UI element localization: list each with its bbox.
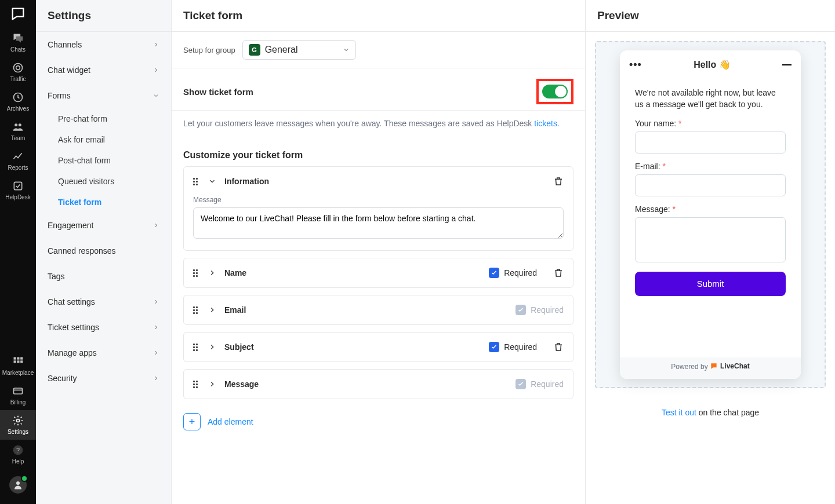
rail-marketplace[interactable]: Marketplace bbox=[0, 351, 36, 381]
rail-helpdesk[interactable]: HelpDesk bbox=[0, 176, 36, 205]
rail-label: Marketplace bbox=[2, 370, 34, 376]
tickets-link[interactable]: tickets bbox=[534, 119, 557, 128]
help-text: Let your customers leave messages when y… bbox=[172, 111, 585, 136]
svg-point-0 bbox=[14, 64, 23, 72]
rail-settings[interactable]: Settings bbox=[0, 410, 36, 440]
sidebar-item-chat-widget[interactable]: Chat widget bbox=[36, 57, 171, 83]
rail-label: Settings bbox=[8, 429, 28, 435]
sidebar-sub-post-chat[interactable]: Post-chat form bbox=[36, 150, 171, 171]
drag-handle-icon[interactable] bbox=[193, 379, 200, 389]
rail-help[interactable]: ?Help bbox=[0, 440, 36, 469]
svg-rect-10 bbox=[17, 360, 19, 363]
drag-handle-icon[interactable] bbox=[193, 305, 200, 315]
svg-rect-12 bbox=[14, 388, 23, 394]
rail-label: Help bbox=[12, 458, 24, 465]
test-it-out-line: Test it out on the chat page bbox=[586, 397, 835, 428]
sidebar-sub-ticket-form[interactable]: Ticket form bbox=[36, 192, 171, 213]
svg-rect-7 bbox=[17, 357, 19, 360]
rail-billing[interactable]: Billing bbox=[0, 381, 36, 410]
sidebar-item-channels[interactable]: Channels bbox=[36, 32, 171, 57]
required-label: Required bbox=[531, 379, 564, 389]
sidebar-sub-pre-chat[interactable]: Pre-chat form bbox=[36, 108, 171, 129]
message-field-label: Message bbox=[193, 196, 564, 204]
chevron-right-icon bbox=[153, 349, 159, 356]
svg-point-13 bbox=[17, 419, 20, 422]
required-label: Required bbox=[504, 342, 537, 352]
content-area: Ticket form Setup for group G General Sh… bbox=[172, 0, 586, 504]
widget-footer: Powered by LiveChat bbox=[620, 357, 801, 379]
widget-intro: We're not available right now, but leave… bbox=[635, 87, 786, 111]
brand-logo[interactable] bbox=[0, 0, 36, 28]
sidebar-item-manage-apps[interactable]: Manage apps bbox=[36, 340, 171, 366]
minimize-icon[interactable] bbox=[782, 64, 792, 65]
sidebar-item-engagement[interactable]: Engagement bbox=[36, 213, 171, 238]
trash-icon[interactable] bbox=[553, 268, 564, 278]
add-element-button[interactable]: + bbox=[183, 413, 201, 430]
required-checkbox: Required bbox=[515, 379, 564, 389]
user-avatar[interactable] bbox=[9, 476, 27, 494]
required-checkbox[interactable]: Required bbox=[489, 342, 537, 352]
rail-archives[interactable]: Archives bbox=[0, 87, 36, 116]
group-select[interactable]: G General bbox=[242, 40, 356, 60]
drag-handle-icon[interactable] bbox=[193, 268, 200, 277]
card-title: Email bbox=[224, 305, 246, 315]
sidebar-item-tags[interactable]: Tags bbox=[36, 264, 171, 289]
chevron-right-icon[interactable] bbox=[208, 269, 216, 277]
trash-icon[interactable] bbox=[553, 342, 564, 352]
check-icon bbox=[557, 87, 565, 96]
rail-label: Reports bbox=[8, 165, 28, 171]
svg-point-3 bbox=[14, 123, 17, 126]
svg-point-4 bbox=[19, 123, 21, 126]
rail-team[interactable]: Team bbox=[0, 116, 36, 146]
chevron-right-icon bbox=[153, 298, 159, 305]
chevron-right-icon[interactable] bbox=[208, 343, 216, 351]
chevron-right-icon[interactable] bbox=[208, 380, 216, 388]
customize-heading: Customize your ticket form bbox=[172, 136, 585, 166]
sidebar-item-canned[interactable]: Canned responses bbox=[36, 238, 171, 264]
required-checkbox: Required bbox=[515, 305, 564, 315]
chevron-right-icon bbox=[153, 324, 159, 331]
trash-icon[interactable] bbox=[553, 176, 564, 187]
rail-label: Chats bbox=[10, 46, 26, 53]
sidebar-item-chat-settings[interactable]: Chat settings bbox=[36, 289, 171, 315]
form-card-information: Information Message bbox=[183, 166, 573, 251]
sidebar-item-security[interactable]: Security bbox=[36, 366, 171, 391]
rail-label: HelpDesk bbox=[5, 194, 30, 200]
required-label: Required bbox=[531, 305, 564, 315]
test-it-out-link[interactable]: Test it out bbox=[662, 408, 696, 417]
card-title: Subject bbox=[224, 342, 254, 352]
preview-message-input[interactable] bbox=[635, 217, 786, 262]
sidebar-item-ticket-settings[interactable]: Ticket settings bbox=[36, 315, 171, 340]
rail-label: Traffic bbox=[10, 76, 26, 82]
sidebar-sub-queued[interactable]: Queued visitors bbox=[36, 171, 171, 192]
rail-chats[interactable]: Chats bbox=[0, 28, 36, 57]
preview-name-input[interactable] bbox=[635, 132, 786, 154]
show-ticket-form-toggle[interactable] bbox=[542, 85, 568, 98]
widget-menu-icon[interactable]: ••• bbox=[629, 59, 642, 71]
add-element-label[interactable]: Add element bbox=[208, 417, 253, 426]
group-badge: G bbox=[249, 44, 260, 56]
rail-reports[interactable]: Reports bbox=[0, 146, 36, 176]
preview-submit-button[interactable]: Submit bbox=[635, 272, 786, 296]
svg-rect-6 bbox=[14, 357, 16, 360]
card-title: Message bbox=[224, 379, 259, 389]
chevron-down-icon[interactable] bbox=[208, 177, 216, 185]
sidebar-item-forms[interactable]: Forms bbox=[36, 83, 171, 108]
message-textarea[interactable] bbox=[193, 207, 564, 239]
chevron-right-icon[interactable] bbox=[208, 306, 216, 314]
chevron-down-icon bbox=[153, 92, 159, 99]
chevron-right-icon bbox=[153, 222, 159, 229]
group-name: General bbox=[265, 45, 298, 55]
form-card-message: Message Required bbox=[183, 369, 573, 399]
preview-email-input[interactable] bbox=[635, 174, 786, 196]
required-checkbox[interactable]: Required bbox=[489, 268, 537, 278]
rail-traffic[interactable]: Traffic bbox=[0, 57, 36, 87]
show-ticket-form-label: Show ticket form bbox=[183, 87, 253, 97]
group-label: Setup for group bbox=[183, 46, 235, 54]
drag-handle-icon[interactable] bbox=[193, 177, 200, 186]
rail-label: Billing bbox=[10, 399, 26, 406]
chevron-down-icon bbox=[343, 46, 350, 53]
drag-handle-icon[interactable] bbox=[193, 342, 200, 352]
chevron-right-icon bbox=[153, 67, 159, 74]
sidebar-sub-ask-email[interactable]: Ask for email bbox=[36, 129, 171, 150]
